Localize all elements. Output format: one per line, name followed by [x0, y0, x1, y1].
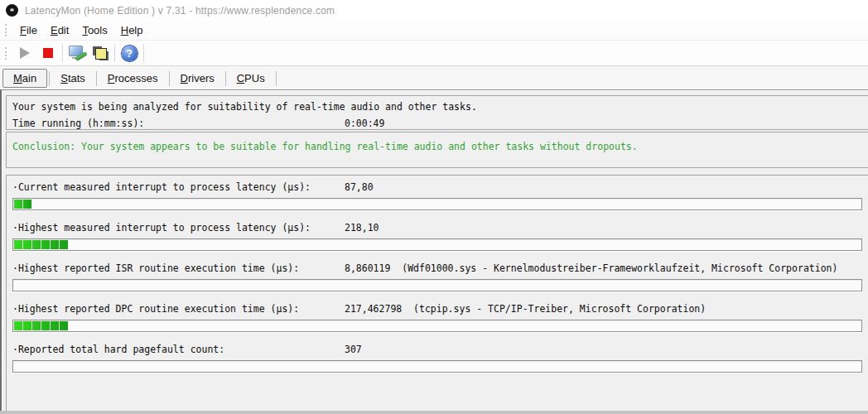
- tab-bar: Main Stats Processes Drivers CPUs: [0, 66, 868, 90]
- latency-bar-fill: [14, 240, 68, 249]
- measure-label: ·Highest reported ISR routine execution …: [12, 262, 345, 274]
- measure-label: ·Reported total hard pagefault count:: [12, 344, 345, 355]
- menu-tools[interactable]: Tools: [75, 22, 113, 38]
- latency-bar: [12, 279, 862, 291]
- tab-separator: [276, 71, 277, 86]
- analysis-status-text: Your system is being analyzed for suitab…: [12, 99, 868, 115]
- measure-row-current-latency: ·Current measured interrupt to process l…: [12, 177, 862, 218]
- measure-value: 8,860119 (Wdf01000.sys - Kernelmodustrei…: [345, 262, 837, 274]
- measure-row-highest-latency: ·Highest measured interrupt to process l…: [12, 218, 862, 258]
- stop-icon: [43, 48, 53, 58]
- latency-bar: [12, 238, 862, 251]
- latency-bar-fill: [14, 321, 68, 330]
- toolbar: ?: [0, 41, 868, 66]
- measure-label: ·Current measured interrupt to process l…: [12, 181, 345, 193]
- tab-drivers[interactable]: Drivers: [170, 69, 225, 88]
- measure-label: ·Highest measured interrupt to process l…: [12, 222, 345, 233]
- conclusion-text: Conclusion: Your system appears to be su…: [12, 141, 868, 152]
- menu-file[interactable]: File: [13, 22, 44, 38]
- analyze-monitor-icon: [68, 45, 86, 61]
- menubar-gripper-handle[interactable]: [5, 24, 7, 36]
- latency-bar: [12, 320, 862, 332]
- app-logo-icon: [6, 4, 18, 17]
- measure-label: ·Highest reported DPC routine execution …: [12, 303, 345, 315]
- measure-value: 217,462798 (tcpip.sys - TCP/IP-Treiber, …: [345, 303, 706, 315]
- measure-value: 218,10: [345, 222, 379, 233]
- help-button[interactable]: ?: [118, 42, 141, 64]
- measurements-panel: ·Current measured interrupt to process l…: [6, 175, 868, 414]
- measure-row-isr-time: ·Highest reported ISR routine execution …: [12, 258, 862, 299]
- conclusion-panel: Conclusion: Your system appears to be su…: [6, 132, 868, 168]
- help-icon: ?: [122, 46, 137, 61]
- menu-help[interactable]: Help: [114, 22, 150, 38]
- window-bottom-edge: [0, 411, 868, 414]
- tab-stats[interactable]: Stats: [50, 69, 96, 88]
- latency-bar: [12, 198, 862, 210]
- latency-bar: [12, 360, 862, 373]
- tab-processes[interactable]: Processes: [97, 69, 169, 88]
- menu-bar: File Edit Tools Help: [0, 21, 868, 41]
- measure-value: 87,80: [345, 181, 374, 193]
- measure-value: 307: [345, 344, 362, 355]
- latency-bar-fill: [14, 200, 31, 209]
- toolbar-separator: [114, 44, 115, 62]
- time-running-line: Time running (h:mm:ss):0:00:49: [12, 115, 868, 132]
- time-running-label: Time running (h:mm:ss):: [12, 115, 345, 132]
- copy-report-icon: [93, 46, 108, 60]
- window-title: LatencyMon (Home Edition ) v 7.31 - http…: [25, 5, 335, 17]
- status-panel: Your system is being analyzed for suitab…: [6, 95, 868, 130]
- start-monitor-button[interactable]: [13, 42, 36, 64]
- tab-cpus[interactable]: CPUs: [226, 69, 276, 88]
- stop-monitor-button[interactable]: [36, 42, 60, 64]
- menu-edit[interactable]: Edit: [44, 22, 75, 38]
- toolbar-separator: [62, 44, 63, 62]
- copy-report-button[interactable]: [89, 42, 112, 64]
- measure-row-dpc-time: ·Highest reported DPC routine execution …: [12, 299, 862, 339]
- title-bar: LatencyMon (Home Edition ) v 7.31 - http…: [0, 0, 868, 21]
- main-panel: Your system is being analyzed for suitab…: [0, 89, 868, 414]
- measure-row-pagefaults: ·Reported total hard pagefault count:307: [12, 339, 862, 380]
- analyze-button[interactable]: [65, 42, 89, 64]
- play-icon: [20, 47, 30, 59]
- toolbar-gripper-handle[interactable]: [5, 47, 7, 60]
- tab-main[interactable]: Main: [2, 69, 47, 88]
- toolbar-separator: [143, 44, 144, 62]
- time-running-value: 0:00:49: [345, 118, 384, 129]
